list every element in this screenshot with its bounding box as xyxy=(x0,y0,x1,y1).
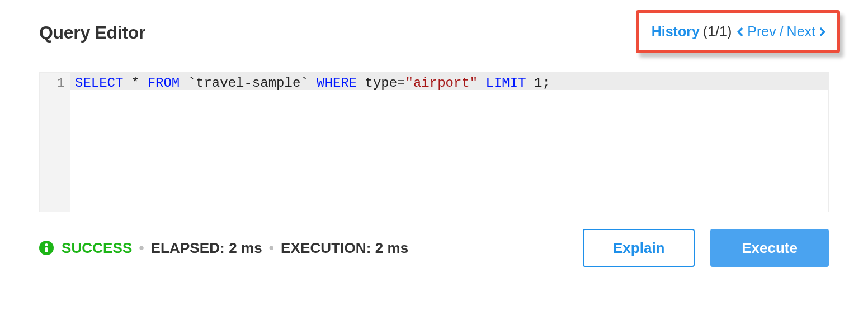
info-icon xyxy=(39,241,54,255)
editor-caret xyxy=(551,76,551,89)
status-left: SUCCESS • ELAPSED: 2 ms • EXECUTION: 2 m… xyxy=(39,239,408,257)
execute-button[interactable]: Execute xyxy=(710,229,829,267)
token-one: 1 xyxy=(526,76,542,91)
token-keyword-where: WHERE xyxy=(317,76,357,91)
query-editor-panel: Query Editor History (1/1) Prev / Next 1 xyxy=(0,0,868,284)
history-next-button[interactable]: Next xyxy=(787,24,824,40)
chevron-right-icon xyxy=(817,27,826,36)
history-next-label: Next xyxy=(787,24,815,40)
status-elapsed: ELAPSED: 2 ms xyxy=(151,239,262,257)
status-row: SUCCESS • ELAPSED: 2 ms • EXECUTION: 2 m… xyxy=(39,229,829,267)
token-semi: ; xyxy=(542,76,550,91)
status-separator: • xyxy=(139,239,144,257)
history-prev-button[interactable]: Prev xyxy=(738,24,776,40)
token-space xyxy=(478,76,485,91)
editor-gutter: 1 xyxy=(40,73,70,212)
token-keyword-from: FROM xyxy=(148,76,180,91)
action-buttons: Explain Execute xyxy=(583,229,829,267)
token-string: "airport" xyxy=(405,76,478,91)
token-star: * xyxy=(123,76,147,91)
token-bucket: `travel-sample` xyxy=(180,76,317,91)
history-count: (1/1) xyxy=(703,24,732,40)
history-link[interactable]: History xyxy=(652,24,700,40)
header-row: Query Editor History (1/1) Prev / Next xyxy=(39,22,829,53)
history-separator: / xyxy=(780,24,784,40)
page-title: Query Editor xyxy=(39,22,145,43)
history-prev-label: Prev xyxy=(747,24,776,40)
status-success: SUCCESS xyxy=(62,239,132,257)
token-keyword-limit: LIMIT xyxy=(486,76,526,91)
status-separator: • xyxy=(269,239,274,257)
code-editor[interactable]: 1 SELECT * FROM `travel-sample` WHERE ty… xyxy=(39,72,829,212)
line-number: 1 xyxy=(40,75,65,92)
editor-code-area[interactable]: SELECT * FROM `travel-sample` WHERE type… xyxy=(70,73,828,212)
history-controls: History (1/1) Prev / Next xyxy=(636,10,840,53)
chevron-left-icon xyxy=(737,27,747,36)
token-keyword-select: SELECT xyxy=(75,76,123,91)
explain-button[interactable]: Explain xyxy=(583,229,695,267)
code-line[interactable]: SELECT * FROM `travel-sample` WHERE type… xyxy=(70,73,828,92)
status-execution: EXECUTION: 2 ms xyxy=(281,239,408,257)
token-typeeq: type= xyxy=(357,76,405,91)
history-nav: Prev / Next xyxy=(738,24,824,40)
